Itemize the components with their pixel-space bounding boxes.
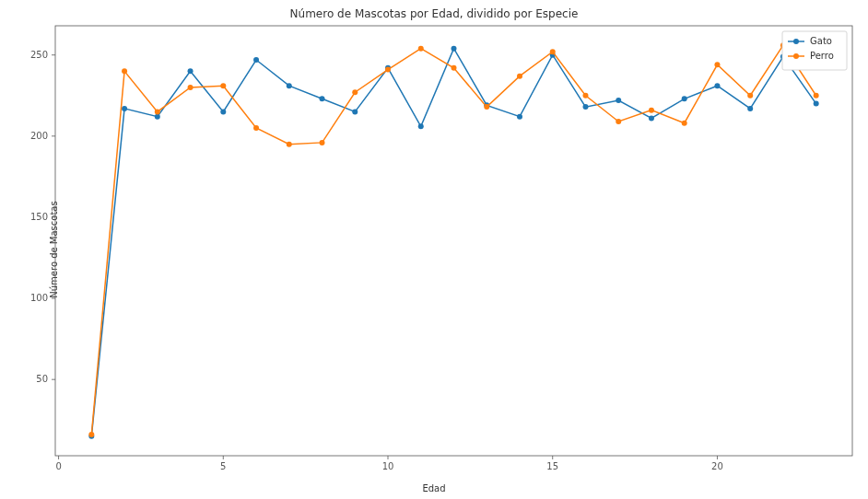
series-marker [220, 83, 226, 88]
series-marker [220, 109, 226, 114]
x-tick-label: 15 [546, 461, 558, 471]
series-marker [616, 98, 621, 103]
series-marker [287, 83, 292, 88]
series-line-gato [91, 49, 815, 436]
legend-marker-icon [793, 53, 799, 59]
series-marker [582, 93, 588, 99]
series-marker [188, 85, 194, 90]
series-marker [155, 114, 160, 120]
series-marker [517, 74, 522, 79]
y-tick-label: 50 [36, 374, 48, 384]
series-line-perro [91, 45, 815, 435]
series-marker [747, 93, 753, 99]
y-tick-label: 200 [30, 131, 48, 141]
series-marker [452, 65, 457, 71]
x-tick-label: 10 [382, 461, 394, 471]
series-marker [320, 140, 325, 145]
x-tick-label: 5 [220, 461, 226, 471]
y-tick-label: 150 [30, 212, 48, 222]
series-marker [155, 109, 160, 114]
series-marker [714, 62, 720, 67]
series-marker [122, 106, 127, 111]
chart-container: Número de Mascotas por Edad, dividido po… [0, 0, 868, 499]
series-marker [253, 125, 259, 131]
legend-label: Perro [810, 51, 834, 61]
series-marker [253, 57, 259, 63]
legend-label: Gato [810, 36, 832, 46]
legend-marker-icon [793, 39, 799, 44]
series-marker [714, 83, 720, 88]
series-marker [814, 101, 819, 107]
x-tick-label: 20 [711, 461, 723, 471]
series-marker [484, 104, 489, 110]
series-marker [385, 67, 391, 73]
series-marker [582, 104, 588, 110]
y-tick-label: 250 [30, 50, 48, 60]
svg-rect-0 [55, 26, 852, 456]
y-tick-label: 100 [30, 293, 48, 303]
series-marker [649, 108, 654, 113]
series-marker [287, 142, 292, 147]
series-marker [682, 121, 687, 126]
series-marker [682, 96, 687, 101]
series-marker [88, 432, 94, 437]
series-marker [122, 68, 127, 74]
series-marker [747, 106, 753, 111]
series-marker [188, 68, 194, 74]
series-marker [418, 46, 424, 52]
series-marker [517, 114, 522, 120]
series-marker [550, 49, 556, 54]
series-marker [352, 109, 358, 114]
x-tick-label: 0 [55, 461, 61, 471]
series-marker [418, 123, 424, 129]
chart-svg: 0510152050100150200250 GatoPerro [0, 0, 868, 499]
series-marker [320, 96, 325, 101]
series-marker [452, 46, 457, 52]
series-marker [616, 119, 621, 124]
series-marker [814, 93, 819, 99]
series-marker [649, 115, 654, 121]
series-marker [352, 89, 358, 95]
